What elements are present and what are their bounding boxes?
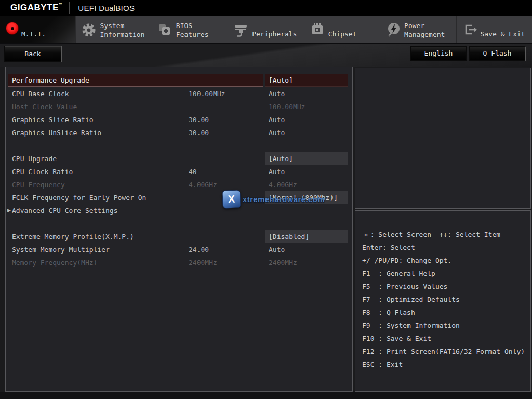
chipset-icon	[309, 21, 326, 38]
tab-label: SystemInformation	[100, 16, 144, 43]
tab-label: PowerManagement	[404, 16, 445, 43]
setting-label: Graphics UnSlice Ratio	[8, 126, 263, 139]
tab-bar: M.I.T. SystemInformation BIOSFeatures	[0, 16, 532, 44]
bios-chip-icon	[157, 21, 174, 38]
trademark-mark: ™	[59, 3, 63, 6]
topbar-divider	[69, 2, 70, 14]
settings-panel: Performance Upgrade[Auto]CPU Base Clock1…	[5, 66, 353, 392]
setting-label: Host Clock Value	[8, 100, 263, 113]
help-line: F9 : System Information	[362, 319, 530, 332]
settings-list: Performance Upgrade[Auto]CPU Base Clock1…	[6, 74, 352, 269]
setting-option-value: Auto	[265, 126, 348, 139]
setting-current-value: 30.00	[189, 113, 209, 126]
help-line: F7 : Optimized Defaults	[362, 293, 530, 306]
row-spacer	[6, 217, 352, 230]
row-spacer	[6, 139, 352, 152]
gear-icon	[81, 21, 97, 38]
setting-row[interactable]: CPU Clock Ratio40Auto	[6, 165, 352, 178]
key-help-panel: →←: Select Screen ↑↓: Select ItemEnter: …	[355, 210, 531, 392]
help-line: F8 : Q-Flash	[362, 306, 530, 319]
peripherals-icon	[233, 21, 249, 38]
exit-door-icon	[461, 21, 478, 38]
setting-option-value: Auto	[265, 243, 348, 256]
setting-row[interactable]: Extreme Memory Profile(X.M.P.)[Disabled]	[6, 230, 352, 243]
watermark-x-logo-icon: X	[222, 190, 241, 209]
help-line: F12 : Print Screen(FAT16/32 Format Only)	[362, 345, 530, 358]
setting-current-value: 24.00	[189, 243, 209, 256]
help-line: Enter: Select	[362, 241, 530, 254]
help-line: +/-/PU/PD: Change Opt.	[362, 254, 530, 267]
key-help-lines: →←: Select Screen ↑↓: Select ItemEnter: …	[355, 211, 530, 371]
setting-label: Extreme Memory Profile(X.M.P.)	[8, 230, 263, 243]
mit-target-icon	[6, 22, 18, 34]
setting-row[interactable]: Graphics Slice Ratio30.00Auto	[6, 113, 352, 126]
language-button[interactable]: English	[410, 46, 467, 61]
setting-current-value: 40	[189, 165, 197, 178]
tab-bios-features[interactable]: BIOSFeatures	[152, 16, 228, 43]
setting-label: Memory Frequency(MHz)	[8, 256, 263, 269]
setting-label: Graphics Slice Ratio	[8, 113, 263, 126]
tab-label: Save & Exit	[481, 16, 525, 43]
tab-chipset[interactable]: Chipset	[304, 16, 380, 43]
setting-option-value: 2400MHz	[265, 256, 348, 269]
tab-save-exit[interactable]: Save & Exit	[457, 16, 532, 43]
setting-current-value: 100.00MHz	[189, 87, 225, 100]
setting-label: CPU Frequency	[8, 178, 263, 191]
setting-option-value: Auto	[265, 113, 348, 126]
bottom-strip	[0, 392, 532, 399]
setting-row: Host Clock Value100.00MHz	[6, 100, 352, 113]
watermark-text: xtremehardware.com	[243, 195, 325, 204]
tab-power-management[interactable]: PowerManagement	[380, 16, 456, 43]
back-button[interactable]: Back	[4, 46, 61, 62]
setting-row[interactable]: CPU Base Clock100.00MHzAuto	[6, 87, 352, 100]
setting-option-value: 100.00MHz	[265, 100, 348, 113]
tab-label: Peripherals	[252, 16, 297, 43]
setting-current-value: 2400MHz	[189, 256, 217, 269]
sub-bar: Back English Q-Flash	[0, 44, 532, 66]
tab-mit[interactable]: M.I.T.	[0, 16, 76, 43]
setting-row[interactable]: System Memory Multiplier24.00Auto	[6, 243, 352, 256]
tab-system-information[interactable]: SystemInformation	[76, 16, 152, 43]
tab-label: Chipset	[328, 16, 357, 43]
setting-option-value: [Auto]	[265, 74, 348, 87]
watermark: X xtremehardware.com	[222, 190, 325, 208]
setting-label: Performance Upgrade	[8, 74, 263, 87]
setting-option-value: 4.00GHz	[265, 178, 348, 191]
help-line: ESC : Exit	[362, 358, 530, 371]
setting-row: Memory Frequency(MHz)2400MHz2400MHz	[6, 256, 352, 269]
setting-current-value: 4.00GHz	[189, 178, 217, 191]
help-line: F10 : Save & Exit	[362, 332, 530, 345]
gigabyte-logo: GIGABYTE™	[10, 3, 62, 13]
tab-label: M.I.T.	[21, 16, 46, 43]
setting-option-value: [Disabled]	[265, 230, 348, 243]
setting-row[interactable]: Graphics UnSlice Ratio30.00Auto	[6, 126, 352, 139]
setting-row[interactable]: CPU Upgrade[Auto]	[6, 152, 352, 165]
help-line: F1 : General Help	[362, 267, 530, 280]
setting-label: CPU Clock Ratio	[8, 165, 263, 178]
setting-row: CPU Frequency4.00GHz4.00GHz	[6, 178, 352, 191]
setting-label: CPU Upgrade	[8, 152, 263, 165]
help-line: F5 : Previous Values	[362, 280, 530, 293]
item-help-panel	[355, 68, 531, 209]
setting-current-value: 30.00	[189, 126, 209, 139]
setting-label: System Memory Multiplier	[8, 243, 263, 256]
setting-option-value: [Auto]	[265, 152, 348, 165]
bios-screen: GIGABYTE™ UEFI DualBIOS M.I.T. SystemInf…	[0, 0, 532, 399]
setting-row[interactable]: Performance Upgrade[Auto]	[6, 74, 352, 87]
power-bolt-icon	[385, 21, 402, 38]
qflash-button[interactable]: Q-Flash	[469, 46, 525, 61]
setting-option-value: Auto	[265, 165, 348, 178]
firmware-title: UEFI DualBIOS	[78, 4, 135, 12]
setting-option-value: Auto	[265, 87, 348, 100]
top-bar: GIGABYTE™ UEFI DualBIOS	[0, 0, 532, 16]
tab-label: BIOSFeatures	[176, 16, 209, 43]
help-line: →←: Select Screen ↑↓: Select Item	[362, 228, 530, 241]
tab-peripherals[interactable]: Peripherals	[228, 16, 304, 43]
